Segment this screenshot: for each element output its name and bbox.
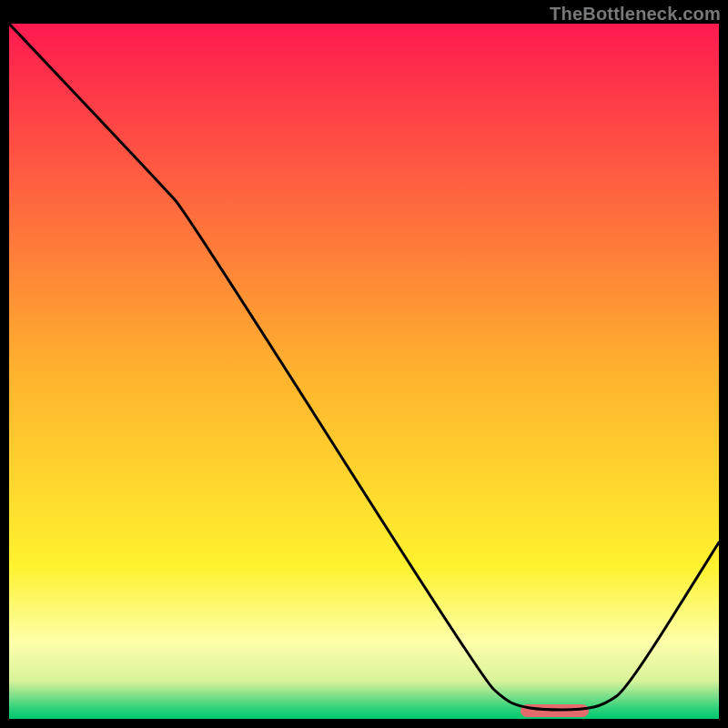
bottleneck-curve [9, 24, 719, 719]
plot-area [9, 24, 719, 719]
watermark-text: TheBottleneck.com [550, 4, 721, 25]
chart-black-frame: TheBottleneck.com [0, 0, 728, 728]
